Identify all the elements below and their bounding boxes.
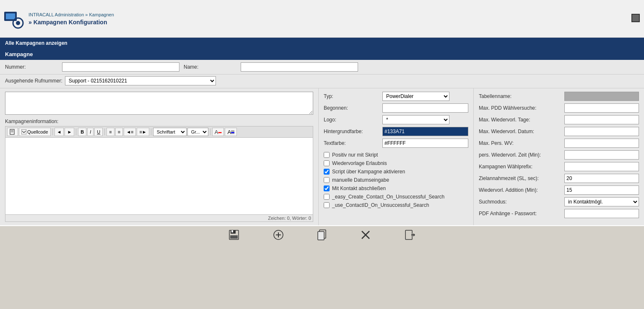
italic-button[interactable]: I: [87, 128, 93, 136]
max-wv-datum-label: Max. Wiedervorl. Datum:: [479, 129, 563, 134]
copy-button[interactable]: [317, 229, 327, 240]
kampagne-wahl-label: Kampagnen Wählprefix:: [479, 164, 563, 170]
checkbox-cb7[interactable]: [324, 202, 330, 208]
svg-rect-15: [230, 235, 238, 239]
max-pdd-label: Max. PDD Wählversuche:: [479, 105, 563, 111]
suchmodus-row: Suchmodus: in Kontaktmögl. Standard: [479, 197, 639, 206]
checkbox-row-3: manuelle Datumseingabe: [324, 177, 468, 183]
max-pers-label: Max. Pers. WV:: [479, 140, 563, 146]
checkbox-cb5[interactable]: [324, 185, 330, 191]
textfarbe-label: Textfarbe:: [324, 140, 382, 146]
schriftart-select[interactable]: Schriftart: [153, 128, 187, 136]
app-logo: [3, 8, 24, 29]
exit-button[interactable]: [405, 229, 415, 240]
logo-select[interactable]: *: [382, 115, 449, 124]
typ-select[interactable]: PowerDialer Preview Inbound: [382, 92, 449, 101]
editor-footer: Zeichen: 0, Wörter: 0: [5, 215, 313, 222]
tabellenname-input[interactable]: [564, 92, 639, 101]
max-pers-input[interactable]: [564, 139, 639, 148]
max-wv-datum-input[interactable]: [564, 127, 639, 136]
max-wv-tage-input[interactable]: [564, 115, 639, 124]
col-mid: Typ: PowerDialer Preview Inbound Begonne…: [319, 88, 474, 225]
indent-less-button[interactable]: ◄≡: [124, 128, 136, 136]
delete-button[interactable]: [360, 229, 371, 240]
redo-button[interactable]: ►: [65, 128, 74, 136]
name-label: Name:: [184, 64, 238, 70]
checkbox-cb3[interactable]: [324, 169, 330, 175]
ausgehende-row: Ausgehende Rufnummer: Support - 02151620…: [0, 75, 644, 88]
ordered-list-button[interactable]: ≡: [106, 128, 114, 136]
toolbar-sep2: [76, 129, 76, 135]
wiedervorl-add-label: Wiedervorl. Addition (Min):: [479, 187, 563, 193]
pdf-input[interactable]: [564, 209, 639, 218]
svg-rect-5: [632, 15, 639, 21]
main-content: Alle Kampagnen anzeigen Kampagne Nummer:…: [0, 38, 644, 225]
save-button[interactable]: [229, 229, 239, 240]
wiedervorl-add-input[interactable]: [564, 185, 639, 195]
checkboxes-container: Positiv nur mit SkriptWiedervorlage Erla…: [324, 152, 468, 208]
svg-rect-20: [318, 232, 324, 240]
textfarbe-row: Textfarbe:: [324, 139, 468, 148]
textfarbe-input[interactable]: [382, 139, 468, 148]
max-pers-row: Max. Pers. WV:: [479, 139, 639, 148]
checkbox-row-5: _easy_Create_Contact_On_Unsuccessful_Sea…: [324, 194, 468, 200]
editor-content-area[interactable]: [5, 137, 313, 215]
pers-wv-input[interactable]: [564, 150, 639, 160]
checkbox-cb1[interactable]: [324, 152, 330, 158]
new-doc-button[interactable]: [7, 128, 18, 136]
kampagne-wahl-row: Kampagnen Wählprefix:: [479, 162, 639, 171]
bold-button[interactable]: B: [78, 128, 86, 136]
checkbox-label-cb6: _easy_Create_Contact_On_Unsuccessful_Sea…: [332, 194, 444, 200]
font-color-button[interactable]: A▬: [212, 128, 224, 136]
logo-row: Logo: *: [324, 115, 468, 124]
svg-rect-23: [405, 230, 412, 239]
checkbox-label-cb1: Positiv nur mit Skript: [332, 152, 378, 158]
tabellenname-row: Tabellenname:: [479, 92, 639, 101]
svg-point-3: [16, 21, 20, 25]
checkbox-label-cb2: Wiedervorlage Erlaubnis: [332, 160, 387, 166]
svg-rect-9: [21, 129, 26, 134]
name-input[interactable]: [241, 62, 358, 72]
checkbox-row-2: Script über Kampagne aktivieren: [324, 169, 468, 175]
nummer-input[interactable]: [62, 62, 179, 72]
checkbox-label-cb4: manuelle Datumseingabe: [332, 177, 389, 183]
show-all-campaigns-bar[interactable]: Alle Kampagnen anzeigen: [0, 38, 644, 49]
begonnen-label: Begonnen:: [324, 105, 382, 111]
top-bar-left: INTRACALL Administration » Kampagnen Kam…: [3, 8, 114, 29]
zielannahme-label: Zielannahmezeit (SL, sec):: [479, 175, 563, 181]
nummer-label: Nummer:: [5, 64, 60, 70]
three-col-layout: Kampagneninformation: Quellcode ◄ ► B I …: [0, 88, 644, 225]
unordered-list-button[interactable]: ≡: [115, 128, 123, 136]
col-right: Tabellenname: Max. PDD Wählversuche: Max…: [474, 88, 644, 225]
begonnen-row: Begonnen:: [324, 103, 468, 113]
top-form-area: Nummer: Name:: [0, 60, 644, 75]
suchmodus-label: Suchmodus:: [479, 199, 563, 205]
top-bar: INTRACALL Administration » Kampagnen Kam…: [0, 0, 644, 38]
zielannahme-input[interactable]: [564, 174, 639, 183]
begonnen-input[interactable]: [382, 103, 468, 113]
underline-button[interactable]: U: [94, 128, 103, 136]
checkbox-cb6[interactable]: [324, 194, 330, 200]
description-textarea[interactable]: [5, 92, 313, 115]
checkbox-cb4[interactable]: [324, 177, 330, 183]
suchmodus-select[interactable]: in Kontaktmögl. Standard: [564, 197, 639, 206]
zielannahme-row: Zielannahmezeit (SL, sec):: [479, 174, 639, 183]
groesse-select[interactable]: Gr...: [187, 128, 208, 136]
quellcode-button[interactable]: Quellcode: [19, 128, 51, 136]
svg-line-11: [24, 131, 26, 133]
indent-more-button[interactable]: ≡►: [137, 128, 149, 136]
max-wv-tage-label: Max. Wiedervorl. Tage:: [479, 117, 563, 123]
undo-button[interactable]: ◄: [55, 128, 64, 136]
tabellenname-label: Tabellenname:: [479, 93, 563, 99]
top-right-icon: [631, 13, 641, 24]
page-title: Kampagnen Konfiguration: [29, 19, 114, 26]
ausgehende-select[interactable]: Support - 0215162010221: [65, 76, 216, 85]
bg-color-button[interactable]: A▬: [225, 128, 237, 136]
max-pdd-input[interactable]: [564, 103, 639, 113]
add-button[interactable]: [273, 229, 284, 240]
breadcrumb-section: INTRACALL Administration » Kampagnen Kam…: [29, 12, 114, 26]
hintergrund-input[interactable]: [382, 127, 468, 136]
checkbox-row-4: Mit Kontakt abschließen: [324, 185, 468, 191]
kampagne-wahl-input[interactable]: [564, 162, 639, 171]
checkbox-cb2[interactable]: [324, 160, 330, 166]
